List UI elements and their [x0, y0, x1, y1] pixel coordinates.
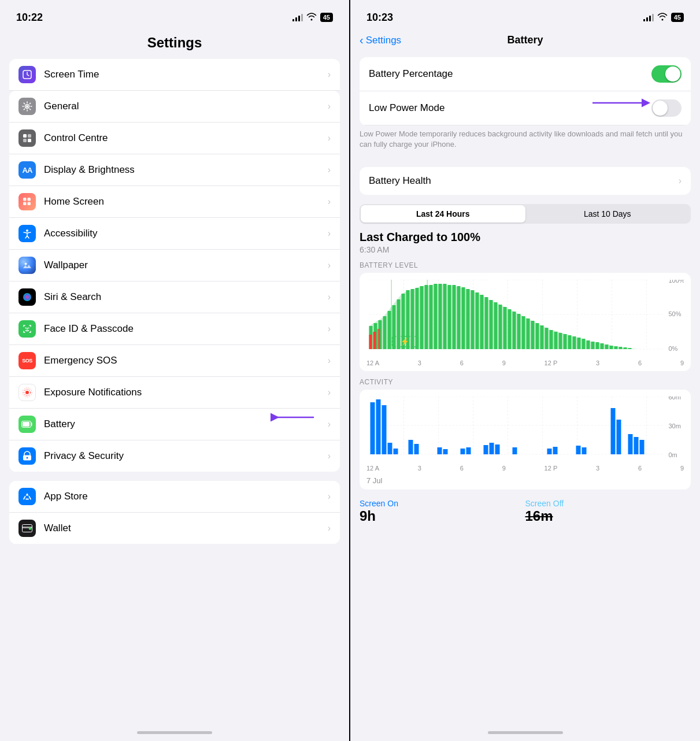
svg-rect-50 [429, 285, 433, 349]
svg-rect-84 [587, 340, 590, 349]
app-store-icon [18, 488, 36, 505]
battery-right: 45 [671, 13, 684, 22]
svg-rect-94 [369, 335, 372, 349]
chevron-icon: › [328, 165, 331, 175]
wallpaper-icon [18, 257, 36, 274]
screen-time-item[interactable]: Screen Time › [9, 59, 340, 91]
tab-10d[interactable]: Last 10 Days [525, 205, 690, 223]
accessibility-icon [18, 225, 36, 242]
settings-item-control-centre[interactable]: Control Centre › [9, 123, 340, 154]
settings-item-wallpaper[interactable]: Wallpaper › [9, 250, 340, 281]
svg-rect-48 [420, 286, 424, 349]
svg-rect-61 [480, 295, 484, 349]
svg-point-14 [25, 328, 27, 329]
svg-rect-60 [476, 292, 479, 349]
svg-rect-82 [577, 338, 581, 349]
svg-rect-8 [28, 198, 31, 201]
control-centre-label: Control Centre [44, 132, 328, 144]
wallet-label: Wallet [44, 523, 328, 534]
svg-rect-96 [377, 329, 380, 349]
privacy-icon [18, 447, 36, 465]
activity-label: ACTIVITY [360, 378, 691, 386]
svg-rect-118 [388, 443, 392, 454]
settings-item-siri[interactable]: Siri & Search › [9, 281, 340, 313]
battery-icon [18, 416, 36, 433]
battery-level-chart: ⚡ 100% 50% 0% 12 A 3 6 9 12 P 3 6 9 [360, 273, 691, 371]
wallet-icon [18, 520, 36, 537]
svg-rect-136 [628, 434, 633, 454]
svg-rect-88 [605, 344, 609, 349]
battery-left: 45 [320, 13, 333, 22]
screen-on-label: Screen On [360, 499, 525, 508]
screen-on-value: 9h [360, 508, 525, 524]
low-power-label: Low Power Mode [369, 102, 651, 114]
screen-off-value: 16m [525, 508, 691, 524]
control-centre-icon [18, 129, 36, 147]
chevron-icon: › [328, 387, 331, 398]
svg-rect-138 [640, 440, 645, 454]
svg-rect-25 [29, 528, 31, 530]
battery-percentage-toggle[interactable] [651, 65, 682, 83]
svg-rect-120 [409, 440, 413, 454]
svg-rect-58 [466, 289, 470, 349]
svg-rect-71 [527, 318, 530, 349]
svg-rect-72 [531, 321, 535, 349]
home-indicator-left [137, 731, 212, 734]
settings-item-battery[interactable]: Battery › [9, 409, 340, 440]
battery-label: Battery [44, 418, 328, 430]
svg-point-11 [26, 229, 28, 232]
svg-rect-40 [383, 316, 387, 349]
svg-text:100%: 100% [669, 280, 684, 284]
settings-item-privacy[interactable]: Privacy & Security › [9, 440, 340, 472]
activity-chart-section: ACTIVITY [360, 378, 691, 490]
svg-rect-115 [371, 402, 375, 454]
svg-rect-65 [499, 305, 502, 349]
page-title-left: Settings [0, 35, 349, 51]
svg-rect-10 [28, 202, 31, 206]
toggle-knob [665, 66, 680, 81]
toggle-knob-2 [653, 101, 668, 116]
svg-rect-80 [568, 335, 572, 349]
low-power-toggle[interactable] [651, 99, 682, 117]
status-bar-left: 10:22 45 [0, 0, 349, 30]
left-phone: 10:22 45 Settings [0, 0, 349, 741]
tab-24h[interactable]: Last 24 Hours [361, 205, 525, 223]
wallpaper-label: Wallpaper [44, 260, 328, 271]
svg-rect-93 [628, 348, 632, 349]
battery-health-row[interactable]: Battery Health › [360, 167, 691, 195]
svg-rect-122 [438, 447, 442, 454]
settings-item-accessibility[interactable]: Accessibility › [9, 218, 340, 250]
svg-rect-95 [373, 332, 376, 349]
wifi-icon-right [657, 13, 668, 23]
back-button[interactable]: ‹ Settings [360, 34, 401, 47]
screen-on-stat: Screen On 9h [360, 494, 525, 529]
settings-item-sos[interactable]: SOS Emergency SOS › [9, 345, 340, 377]
settings-item-display[interactable]: AA Display & Brightness › [9, 154, 340, 186]
general-label: General [44, 101, 328, 112]
home-screen-label: Home Screen [44, 196, 328, 208]
settings-item-face-id[interactable]: Face ID & Passcode › [9, 313, 340, 345]
settings-item-general[interactable]: General › [9, 91, 340, 123]
time-right: 10:23 [366, 12, 393, 24]
svg-rect-127 [490, 443, 494, 454]
svg-rect-46 [411, 289, 414, 349]
svg-rect-67 [508, 309, 512, 349]
svg-rect-126 [484, 445, 488, 454]
svg-rect-52 [439, 284, 442, 349]
status-icons-left: 45 [292, 13, 333, 23]
svg-rect-64 [494, 302, 498, 349]
svg-rect-51 [434, 284, 438, 349]
chevron-icon: › [328, 451, 331, 461]
back-label: Settings [366, 35, 401, 46]
svg-rect-89 [610, 346, 613, 349]
svg-rect-121 [414, 444, 419, 454]
settings-item-app-store[interactable]: App Store › [9, 481, 340, 513]
settings-item-home-screen[interactable]: Home Screen › [9, 186, 340, 218]
settings-item-wallet[interactable]: Wallet › [9, 513, 340, 544]
svg-rect-117 [382, 405, 387, 454]
general-icon [18, 98, 36, 115]
face-id-icon [18, 320, 36, 338]
chevron-icon: › [328, 260, 331, 271]
settings-item-exposure[interactable]: Exposure Notifications › [9, 377, 340, 409]
screen-off-label: Screen Off [525, 499, 691, 508]
